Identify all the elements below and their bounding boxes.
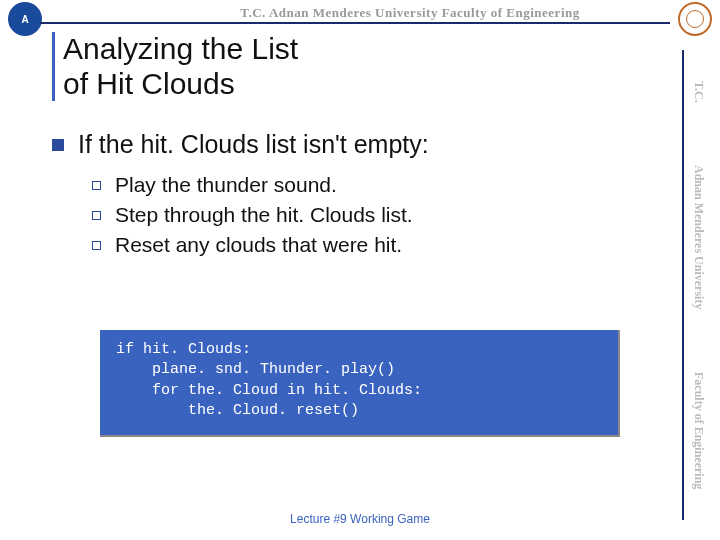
hollow-square-icon <box>92 241 101 250</box>
university-seal-icon: A <box>8 2 42 36</box>
title-line-1: Analyzing the List <box>63 32 298 67</box>
sub-bullet-text: Reset any clouds that were hit. <box>115 233 402 257</box>
faculty-emblem-icon <box>678 2 712 36</box>
bullet-main: If the hit. Clouds list isn't empty: <box>52 130 650 159</box>
title-line-2: of Hit Clouds <box>63 67 298 102</box>
sidebar-text-3: Faculty of Engineering <box>691 366 706 495</box>
header-text: T.C. Adnan Menderes University Faculty o… <box>160 5 660 21</box>
sub-bullet-list: Play the thunder sound. Step through the… <box>92 173 650 257</box>
vertical-sidebar: T.C. Adnan Menderes University Faculty o… <box>682 50 712 520</box>
slide-content: If the hit. Clouds list isn't empty: Pla… <box>52 130 650 263</box>
slide-title: Analyzing the List of Hit Clouds <box>52 32 298 101</box>
slide-header: A T.C. Adnan Menderes University Faculty… <box>0 0 720 30</box>
sub-bullet: Reset any clouds that were hit. <box>92 233 650 257</box>
code-block: if hit. Clouds: plane. snd. Thunder. pla… <box>100 330 620 437</box>
sub-bullet: Play the thunder sound. <box>92 173 650 197</box>
sub-bullet: Step through the hit. Clouds list. <box>92 203 650 227</box>
square-bullet-icon <box>52 139 64 151</box>
hollow-square-icon <box>92 211 101 220</box>
sub-bullet-text: Step through the hit. Clouds list. <box>115 203 413 227</box>
header-rule <box>40 22 670 24</box>
slide-footer: Lecture #9 Working Game <box>0 512 720 526</box>
hollow-square-icon <box>92 181 101 190</box>
sidebar-text-1: T.C. <box>691 75 706 109</box>
bullet-main-text: If the hit. Clouds list isn't empty: <box>78 130 429 159</box>
sub-bullet-text: Play the thunder sound. <box>115 173 337 197</box>
sidebar-text-2: Adnan Menderes University <box>691 159 706 315</box>
